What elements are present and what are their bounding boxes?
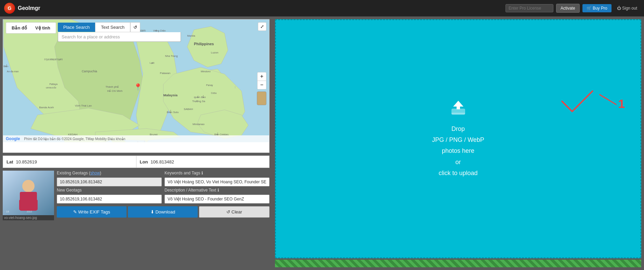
- lat-value: 10.852619: [16, 159, 37, 164]
- green-stripe: [275, 260, 641, 267]
- buy-pro-button[interactable]: 🛒 Buy Pro: [582, 4, 612, 12]
- description-input[interactable]: [165, 195, 270, 204]
- header: G GeoImgr Activate 🛒 Buy Pro ⏻ Sign out: [0, 0, 644, 16]
- reset-search-button[interactable]: ↺: [130, 22, 140, 32]
- svg-text:กรุงเทพมหานคร: กรุงเทพมหานคร: [44, 58, 63, 61]
- existing-geotags-col: Existing Geotags (show): [57, 171, 162, 186]
- bottom-section: · 18 2010 vo-viet-hoang-seo.jpg Existing…: [3, 171, 270, 220]
- sign-out-button[interactable]: ⏻ Sign out: [614, 4, 640, 12]
- coords-bar: Lat 10.852619 Lon 106.813482: [3, 156, 270, 168]
- svg-text:แหลมฉบัง: แหลมฉบัง: [46, 86, 56, 89]
- photo-image: · 18 2010: [3, 171, 54, 215]
- fullscreen-button[interactable]: ⤢: [258, 22, 266, 31]
- svg-rect-41: [262, 101, 264, 103]
- tab-ban-do[interactable]: Bản đồ: [8, 24, 30, 32]
- map-attribution-text: Phím tắt Dữ liệu bản đồ ©2024 Google, TM…: [24, 137, 125, 141]
- app-name: GeoImgr: [18, 5, 40, 11]
- svg-text:Mindoro: Mindoro: [201, 70, 211, 73]
- clear-button[interactable]: ↺ Clear: [199, 206, 270, 218]
- svg-rect-45: [19, 200, 24, 210]
- svg-text:Nha Trang: Nha Trang: [165, 54, 178, 58]
- upload-text: Drop JPG / PNG / WebP photos here or cli…: [432, 123, 484, 179]
- svg-text:|: |: [235, 85, 235, 88]
- map-container: Bản đồ Vệ tinh Place Search Text Search …: [3, 19, 270, 153]
- svg-text:quần đảo: quần đảo: [194, 95, 206, 99]
- place-search-button[interactable]: Place Search: [58, 23, 95, 32]
- zoom-out-button[interactable]: −: [258, 81, 266, 89]
- keywords-label: Keywords and Tags ℹ: [165, 171, 270, 175]
- existing-geotags-input[interactable]: [57, 177, 162, 186]
- svg-text:Pattaya: Pattaya: [49, 83, 57, 86]
- header-right: Activate 🛒 Buy Pro ⏻ Sign out: [505, 4, 640, 13]
- map-zoom: + −: [257, 72, 266, 89]
- lat-label: Lat: [6, 159, 13, 164]
- search-input[interactable]: Search for a place or address: [58, 32, 181, 42]
- svg-rect-46: [32, 200, 38, 210]
- svg-text:Biển Sulu: Biển Sulu: [167, 110, 179, 114]
- svg-text:Trường Sa: Trường Sa: [192, 100, 206, 103]
- svg-text:Philippines: Philippines: [194, 42, 214, 46]
- svg-text:Palawan: Palawan: [160, 72, 170, 75]
- svg-text:An-đa-man: An-đa-man: [7, 70, 19, 73]
- new-geotags-label: New Geotags: [57, 188, 162, 193]
- geotag-panel: Existing Geotags (show) Keywords and Tag…: [57, 171, 270, 218]
- description-col: Description / Alternative Text ℹ: [165, 188, 270, 204]
- svg-text:Thành phố: Thành phố: [106, 85, 119, 88]
- svg-point-38: [260, 94, 263, 97]
- write-exif-button[interactable]: ✎ Write EXIF Tags: [57, 206, 127, 218]
- street-view-icon[interactable]: [257, 91, 266, 105]
- svg-text:1: 1: [618, 97, 625, 111]
- photo-filename: vo-viet-hoang-seo.jpg: [3, 215, 54, 220]
- geotag-row-top: Existing Geotags (show) Keywords and Tag…: [57, 171, 270, 186]
- left-panel: Bản đồ Vệ tinh Place Search Text Search …: [3, 19, 270, 267]
- svg-text:Vịnh Thái Lan: Vịnh Thái Lan: [75, 104, 92, 107]
- svg-text:SABAH: SABAH: [184, 108, 193, 111]
- svg-text:Biển: Biển: [3, 64, 8, 68]
- activate-button[interactable]: Activate: [556, 4, 580, 13]
- actions-row: ✎ Write EXIF Tags ⬇ Download ↺ Clear: [57, 206, 270, 218]
- right-panel: Drop JPG / PNG / WebP photos here or cli…: [275, 19, 641, 267]
- upload-area[interactable]: Drop JPG / PNG / WebP photos here or cli…: [275, 19, 641, 258]
- app-logo: G: [4, 3, 15, 14]
- text-search-button[interactable]: Text Search: [95, 22, 130, 32]
- svg-text:Banda Aceh: Banda Aceh: [39, 106, 54, 109]
- svg-text:2010: 2010: [27, 210, 32, 213]
- svg-text:Campuchia: Campuchia: [82, 70, 97, 73]
- tab-ve-tinh[interactable]: Vệ tinh: [32, 24, 54, 32]
- svg-text:Malaysia: Malaysia: [163, 93, 178, 97]
- lon-field: Lon 106.813482: [136, 156, 270, 168]
- zoom-in-button[interactable]: +: [258, 72, 266, 81]
- svg-rect-39: [260, 97, 263, 101]
- svg-text:Cebu: Cebu: [211, 92, 217, 94]
- svg-rect-51: [451, 113, 465, 114]
- download-button[interactable]: ⬇ Download: [128, 206, 198, 218]
- new-geotags-input[interactable]: [57, 195, 162, 204]
- map-attribution: Google Phím tắt Dữ liệu bản đồ ©2024 Goo…: [3, 135, 269, 142]
- svg-line-52: [600, 95, 617, 105]
- description-label: Description / Alternative Text ℹ: [165, 188, 270, 193]
- lat-field: Lat 10.852619: [3, 156, 136, 168]
- svg-text:· 18: · 18: [4, 210, 9, 213]
- show-link[interactable]: show: [90, 171, 100, 175]
- keywords-col: Keywords and Tags ℹ: [165, 171, 270, 186]
- pro-license-input[interactable]: [505, 4, 553, 12]
- svg-text:Panay: Panay: [206, 84, 213, 87]
- keywords-input[interactable]: [165, 177, 270, 186]
- lon-value: 106.813482: [150, 159, 174, 164]
- svg-text:Hồ Chí Minh: Hồ Chí Minh: [107, 89, 122, 93]
- lon-label: Lon: [140, 159, 148, 164]
- existing-geotags-label: Existing Geotags (show): [57, 171, 162, 175]
- search-panel: Place Search Text Search ↺ Search for a …: [58, 22, 181, 42]
- svg-rect-40: [260, 101, 261, 103]
- svg-text:Mindanao: Mindanao: [193, 123, 205, 126]
- upload-icon: [450, 99, 467, 119]
- svg-text:Luzon: Luzon: [211, 51, 219, 54]
- svg-text:Lạtô: Lạtô: [150, 62, 155, 64]
- search-placeholder: Search for a place or address: [62, 34, 120, 39]
- svg-text:Manila: Manila: [187, 34, 195, 37]
- header-left: G GeoImgr: [4, 3, 40, 14]
- svg-marker-50: [453, 101, 463, 109]
- photo-preview: · 18 2010 vo-viet-hoang-seo.jpg: [3, 171, 54, 220]
- geotag-row-bottom: New Geotags Description / Alternative Te…: [57, 188, 270, 204]
- svg-text:📍: 📍: [134, 83, 142, 91]
